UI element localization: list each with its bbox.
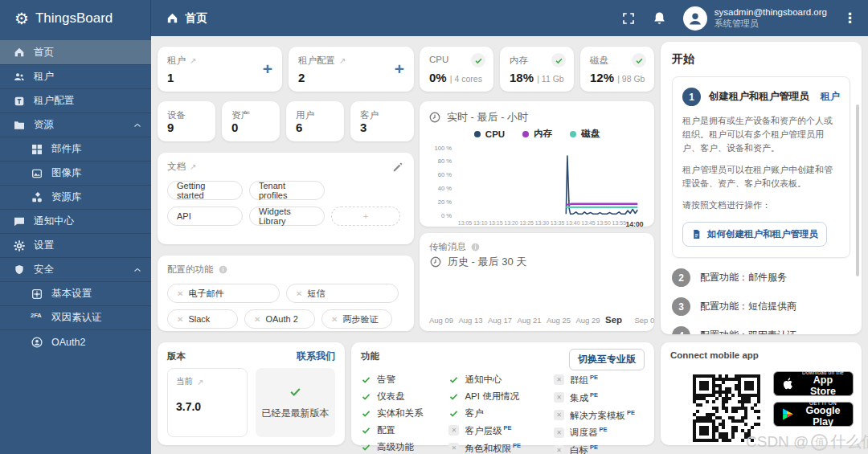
tenants-count: 1: [167, 71, 174, 84]
check-icon: [448, 408, 459, 419]
sidebar-item-label: 基本设置: [51, 287, 92, 301]
sidebar-item-image-gallery[interactable]: 图像库: [0, 161, 151, 185]
pe-badge: PE: [513, 442, 521, 449]
person-circle-icon: [31, 336, 43, 349]
sidebar-item-settings[interactable]: 设置: [0, 233, 151, 257]
check-icon: [361, 425, 371, 436]
legend-item[interactable]: 磁盘: [570, 128, 600, 140]
edit-pencil-icon[interactable]: [391, 161, 404, 174]
tenant-profiles-card[interactable]: 租户配置↗ 2 +: [289, 47, 414, 92]
usage-chart-timewindow[interactable]: 实时 - 最后 - 小时: [447, 110, 528, 125]
chevron-up-icon[interactable]: [132, 264, 143, 276]
contact-us-link[interactable]: 联系我们: [297, 350, 335, 363]
pe-badge: PE: [590, 391, 598, 399]
add-tenant-button[interactable]: +: [263, 59, 272, 79]
configured-feature-chip[interactable]: ✕两步验证: [321, 309, 392, 329]
feature-item: 客户: [448, 407, 554, 419]
configured-feature-chip[interactable]: ✕Slack: [167, 309, 238, 329]
getting-started-step[interactable]: 4配置功能：双因素认证: [672, 326, 850, 334]
remove-icon[interactable]: ✕: [331, 315, 338, 324]
getting-started-step[interactable]: 3配置功能：短信提供商: [672, 297, 850, 316]
switch-to-pro-button[interactable]: 切换至专业版: [569, 349, 645, 370]
configured-feature-chip[interactable]: ✕短信: [286, 284, 399, 303]
messages-timewindow[interactable]: 历史 - 最后 30 天: [448, 255, 526, 269]
feature-list: 告警仪表盘实体和关系配置高级功能通知中心API 使用情况客户✕客户层级PE✕角色…: [361, 374, 645, 454]
users-card[interactable]: 用户 6: [286, 101, 344, 141]
configured-feature-chip[interactable]: ✕电子邮件: [167, 284, 280, 303]
remove-icon[interactable]: ✕: [254, 315, 260, 324]
add-tenant-profile-button[interactable]: +: [395, 59, 404, 79]
step-number: 4: [672, 326, 690, 334]
customers-card-title: 客户: [360, 109, 404, 121]
feature-label: 白标PE: [570, 444, 598, 454]
notifications-bell-icon[interactable]: [652, 10, 667, 26]
how-to-create-tenant-button[interactable]: 如何创建租户和租户管理员: [682, 222, 827, 247]
customers-card[interactable]: 客户 3: [350, 101, 414, 141]
shield-icon: [13, 264, 26, 276]
sidebar-item-resources-library[interactable]: 资源库: [0, 185, 151, 209]
remove-icon[interactable]: ✕: [177, 289, 183, 298]
disk-ok-check-icon: [632, 53, 646, 67]
cpu-sub: | 4 cores: [450, 74, 482, 84]
unavailable-icon: ✕: [554, 392, 564, 403]
messages-card-title: 传输消息: [429, 241, 466, 253]
sidebar-item-oauth2[interactable]: OAuth2: [0, 329, 151, 354]
scrollbar-thumb[interactable]: [856, 104, 859, 276]
legend-item[interactable]: 内存: [522, 128, 552, 140]
svg-text:13:10: 13:10: [473, 220, 488, 226]
sidebar-item-tenant-profiles[interactable]: 租户配置: [0, 88, 151, 112]
sidebar-item-label: 图像库: [51, 166, 82, 180]
feature-item: 高级功能: [361, 441, 448, 453]
google-play-badge[interactable]: GET IT ONGoogle Play: [773, 402, 854, 427]
getting-started-step[interactable]: 2配置功能：邮件服务: [672, 268, 850, 287]
app-logo[interactable]: ⚙ ThingsBoard: [0, 0, 151, 36]
doc-chip-label: Widgets Library: [259, 207, 315, 226]
thingsboard-app: ⚙ ThingsBoard 首页 sysadmin@thingsboard.or…: [0, 0, 868, 454]
sidebar-item-two-factor-auth[interactable]: 2FA双因素认证: [0, 305, 151, 329]
header-actions: sysadmin@thingsboard.org 系统管理员 ⋮: [621, 0, 857, 36]
version-status-box: 已经是最新版本: [256, 368, 335, 437]
doc-chip-label: Tenant profiles: [259, 181, 315, 200]
unavailable-icon: ✕: [448, 425, 459, 436]
more-menu-icon[interactable]: ⋮: [843, 10, 857, 27]
tenants-card[interactable]: 租户↗ 1 +: [158, 47, 282, 92]
feature-label: 通知中心: [465, 374, 502, 386]
legend-item[interactable]: CPU: [474, 128, 505, 140]
chevron-up-icon[interactable]: [132, 120, 143, 131]
x-tick: Aug 09: [429, 316, 453, 325]
sidebar-item-resources[interactable]: 资源: [0, 112, 151, 137]
breadcrumb[interactable]: 首页: [166, 11, 207, 26]
watermark-text: 什么值得买: [830, 432, 868, 452]
legend-dot: [570, 131, 576, 137]
remove-icon[interactable]: ✕: [177, 315, 183, 324]
configured-feature-chip[interactable]: ✕OAuth 2: [244, 309, 315, 329]
feature-item: 仪表盘: [361, 391, 448, 403]
sidebar-item-notification-center[interactable]: 通知中心: [0, 209, 151, 233]
feature-label: 集成PE: [570, 391, 598, 404]
doc-chip[interactable]: Getting started: [167, 181, 243, 200]
sidebar-item-general-settings[interactable]: 基本设置: [0, 281, 151, 305]
doc-chip[interactable]: Widgets Library: [249, 207, 325, 226]
apple-icon: [781, 376, 795, 391]
sidebar-item-tenants[interactable]: 租户: [0, 64, 151, 88]
tenants-link[interactable]: 租户: [821, 90, 840, 104]
gear-icon: [13, 239, 26, 252]
remove-icon[interactable]: ✕: [296, 289, 302, 298]
fullscreen-icon[interactable]: [621, 11, 636, 26]
sidebar-item-home[interactable]: 首页: [0, 40, 151, 64]
sidebar-item-security[interactable]: 安全: [0, 257, 151, 281]
thingsboard-logo-icon: ⚙: [14, 10, 29, 27]
doc-chips: Getting startedTenant profilesAPIWidgets…: [167, 181, 404, 226]
doc-chip[interactable]: API: [167, 207, 243, 226]
sidebar-item-widgets-library[interactable]: 部件库: [0, 137, 151, 161]
app-store-badge[interactable]: Download on theApp Store: [773, 371, 854, 396]
add-doc-chip-button[interactable]: +: [331, 207, 400, 226]
feature-label: API 使用情况: [465, 391, 519, 403]
user-menu[interactable]: sysadmin@thingsboard.org 系统管理员: [683, 6, 827, 31]
devices-card-title: 设备: [167, 109, 206, 121]
devices-card[interactable]: 设备 9: [158, 101, 215, 141]
unavailable-icon: ✕: [554, 410, 564, 420]
assets-card[interactable]: 资产 0: [222, 101, 280, 141]
svg-text:13:25: 13:25: [519, 220, 534, 226]
doc-chip[interactable]: Tenant profiles: [249, 181, 325, 200]
